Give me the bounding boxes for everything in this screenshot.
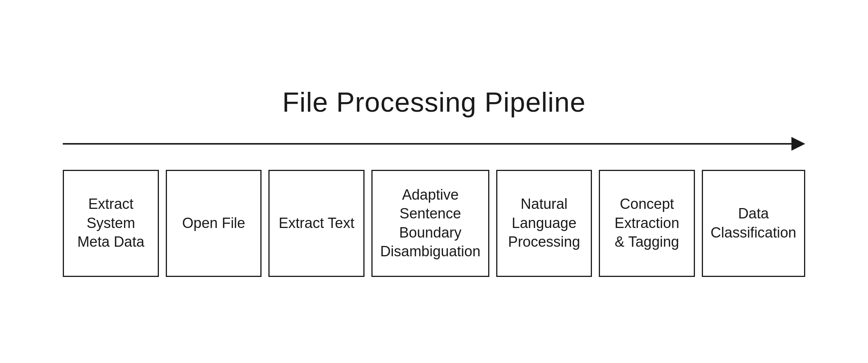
box-extract-text: Extract Text — [268, 170, 365, 277]
box-label-concept-extraction: Concept Extraction & Tagging — [608, 195, 686, 251]
box-label-extract-meta: Extract System Meta Data — [72, 195, 150, 251]
arrow-head — [791, 137, 805, 151]
box-label-open-file: Open File — [182, 214, 245, 233]
box-concept-extraction: Concept Extraction & Tagging — [599, 170, 695, 277]
box-label-extract-text: Extract Text — [279, 214, 355, 233]
box-adaptive-sentence: Adaptive Sentence Boundary Disambiguatio… — [371, 170, 489, 277]
page-container: File Processing Pipeline Extract System … — [0, 0, 868, 363]
box-open-file: Open File — [166, 170, 262, 277]
arrow-line — [63, 143, 792, 145]
pipeline-arrow — [63, 137, 805, 151]
box-data-classification: Data Classification — [702, 170, 805, 277]
box-label-data-classification: Data Classification — [711, 204, 796, 242]
pipeline-container: Extract System Meta Data Open File Extra… — [63, 170, 805, 277]
box-nlp: Natural Language Processing — [496, 170, 592, 277]
box-label-adaptive-sentence: Adaptive Sentence Boundary Disambiguatio… — [380, 186, 481, 261]
page-title: File Processing Pipeline — [282, 86, 585, 118]
box-extract-meta: Extract System Meta Data — [63, 170, 159, 277]
box-label-nlp: Natural Language Processing — [505, 195, 584, 251]
